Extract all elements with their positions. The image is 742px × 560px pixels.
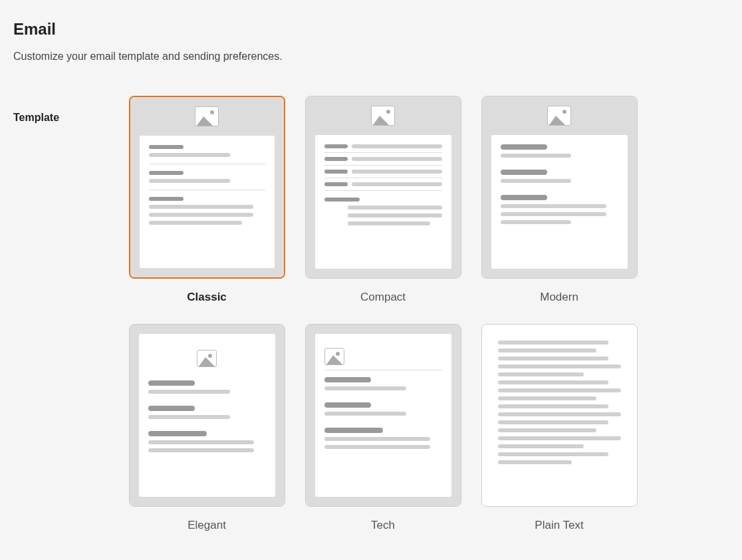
- template-caption-classic: Classic: [129, 291, 285, 304]
- template-option-elegant[interactable]: Elegant: [129, 324, 285, 532]
- template-caption-elegant: Elegant: [129, 519, 285, 532]
- template-card-compact: [305, 96, 461, 279]
- template-card-elegant: [129, 324, 285, 507]
- template-option-plaintext[interactable]: Plain Text: [481, 324, 638, 532]
- template-section-label: Template: [13, 96, 129, 124]
- template-option-modern[interactable]: Modern: [481, 96, 638, 304]
- template-caption-tech: Tech: [305, 519, 461, 532]
- template-caption-plaintext: Plain Text: [481, 519, 638, 532]
- page-subtitle: Customize your email template and sendin…: [13, 51, 729, 63]
- image-icon: [195, 106, 219, 126]
- template-caption-modern: Modern: [481, 291, 638, 304]
- template-grid: Classic: [129, 96, 729, 532]
- template-option-classic[interactable]: Classic: [129, 96, 285, 304]
- image-icon: [371, 106, 395, 126]
- image-icon: [547, 106, 571, 126]
- template-card-tech: [305, 324, 461, 507]
- template-option-compact[interactable]: Compact: [305, 96, 461, 304]
- template-card-plaintext: [481, 324, 638, 507]
- template-option-tech[interactable]: Tech: [305, 324, 461, 532]
- template-caption-compact: Compact: [305, 291, 461, 304]
- template-card-classic: [129, 96, 285, 279]
- page-title: Email: [13, 20, 729, 39]
- image-icon: [197, 350, 217, 367]
- template-card-modern: [481, 96, 638, 279]
- image-icon: [324, 348, 344, 365]
